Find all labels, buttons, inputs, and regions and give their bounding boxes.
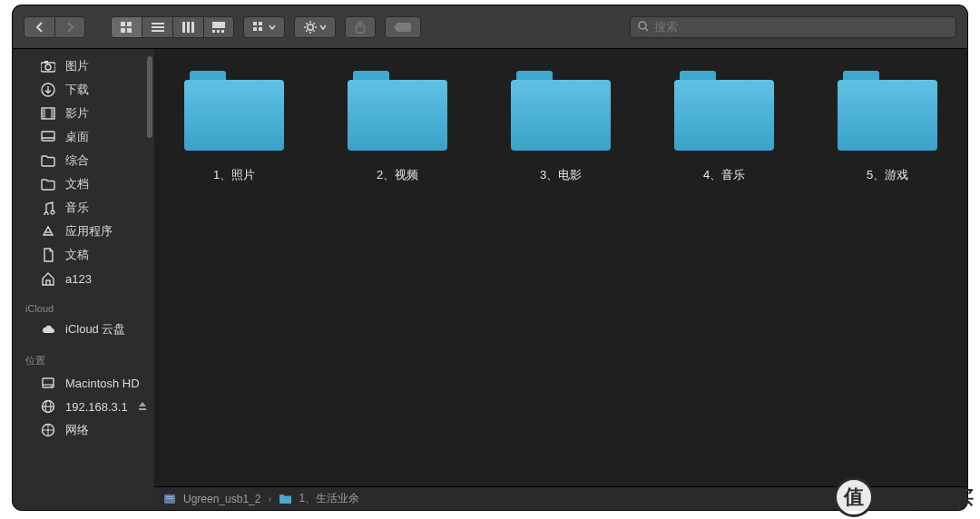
sidebar-item[interactable]: iCloud 云盘 — [13, 318, 154, 341]
folder-item[interactable]: 2、视频 — [334, 71, 461, 183]
sidebar-item-label: iCloud 云盘 — [65, 321, 125, 338]
download-icon — [40, 82, 56, 98]
search-input[interactable] — [654, 20, 948, 34]
svg-rect-3 — [127, 28, 132, 33]
folder-icon — [40, 152, 56, 169]
sidebar-item[interactable]: 影片 — [13, 102, 154, 125]
desktop-icon — [40, 129, 56, 145]
sidebar-item-label: 文稿 — [65, 247, 89, 263]
toolbar — [13, 5, 967, 49]
view-list-button[interactable] — [142, 16, 172, 38]
svg-rect-15 — [259, 22, 262, 25]
sidebar-item-label: 192.168.3.1 — [65, 400, 128, 414]
svg-rect-52 — [139, 408, 146, 410]
view-columns-button[interactable] — [172, 16, 203, 38]
sidebar-item[interactable]: 下载 — [13, 78, 154, 102]
music-icon — [40, 200, 56, 216]
svg-rect-2 — [121, 28, 125, 33]
sidebar-item[interactable]: Macintosh HD — [13, 371, 154, 395]
icon-grid[interactable]: 1、照片2、视频3、电影4、音乐5、游戏 — [154, 49, 967, 486]
sidebar-item-label: 桌面 — [65, 129, 89, 145]
folder-label: 3、电影 — [497, 167, 624, 183]
svg-rect-10 — [212, 22, 225, 28]
sidebar-item[interactable]: 文档 — [13, 172, 154, 196]
gear-icon — [304, 21, 317, 34]
share-icon — [355, 21, 366, 34]
path-current[interactable]: 1、生活业余 — [299, 491, 359, 506]
svg-line-26 — [306, 30, 308, 32]
globe-icon — [40, 398, 56, 415]
sidebar-item[interactable]: 综合 — [13, 149, 154, 172]
content-area: 1、照片2、视频3、电影4、音乐5、游戏 Ugreen_usb1_2 › 1、生… — [154, 49, 967, 510]
svg-rect-7 — [182, 22, 185, 33]
cloud-icon — [40, 321, 56, 338]
watermark-text: 什么值得买 — [879, 485, 975, 510]
nav-group — [24, 16, 85, 38]
apps-icon — [40, 223, 56, 240]
svg-line-24 — [313, 30, 315, 32]
view-gallery-button[interactable] — [203, 16, 234, 38]
sidebar-item[interactable]: 文稿 — [13, 243, 154, 267]
view-mode-group — [111, 16, 234, 38]
folder-label: 5、游戏 — [824, 167, 951, 183]
svg-rect-8 — [187, 22, 190, 33]
svg-rect-13 — [221, 30, 224, 33]
folder-label: 2、视频 — [334, 167, 461, 183]
folder-item[interactable]: 3、电影 — [497, 71, 624, 183]
tags-button[interactable] — [385, 16, 421, 38]
sidebar-item-label: 综合 — [65, 152, 89, 169]
arrange-button[interactable] — [243, 16, 285, 38]
share-button[interactable] — [345, 16, 376, 38]
window-body: 图片下载影片桌面综合文档音乐应用程序文稿a123 iCloud iCloud 云… — [13, 49, 967, 510]
svg-rect-0 — [121, 22, 125, 26]
sidebar-item-label: 网络 — [65, 422, 89, 438]
sidebar-item-label: 图片 — [65, 58, 89, 74]
finder-window: 图片下载影片桌面综合文档音乐应用程序文稿a123 iCloud iCloud 云… — [13, 5, 967, 510]
svg-rect-16 — [253, 27, 257, 31]
folder-icon — [511, 71, 611, 151]
svg-point-54 — [47, 429, 50, 432]
folder-icon — [184, 71, 284, 151]
sidebar-item-label: Macintosh HD — [65, 377, 140, 390]
sidebar-item[interactable]: a123 — [13, 267, 154, 290]
svg-rect-61 — [166, 498, 173, 499]
search-field[interactable] — [630, 16, 956, 38]
sidebar-heading-locations: 位置 — [13, 350, 154, 371]
svg-line-29 — [645, 28, 648, 31]
sidebar-item[interactable]: 192.168.3.1 — [13, 395, 154, 418]
folder-label: 4、音乐 — [661, 167, 788, 183]
svg-rect-6 — [152, 30, 164, 32]
disk-icon — [40, 375, 56, 391]
watermark: 值 什么值得买 — [834, 477, 975, 517]
folder-item[interactable]: 5、游戏 — [824, 71, 951, 183]
forward-button[interactable] — [54, 16, 85, 38]
sidebar-item[interactable]: 音乐 — [13, 196, 154, 220]
view-icons-button[interactable] — [111, 16, 142, 38]
network-icon — [40, 422, 56, 438]
folder-icon — [40, 176, 56, 192]
sidebar-item[interactable]: 网络 — [13, 418, 154, 442]
folder-label: 1、照片 — [171, 167, 298, 183]
folder-item[interactable]: 1、照片 — [171, 71, 298, 183]
sidebar-item[interactable]: 图片 — [13, 54, 154, 78]
svg-rect-14 — [253, 22, 257, 25]
path-root[interactable]: Ugreen_usb1_2 — [183, 493, 260, 505]
search-icon — [638, 19, 649, 35]
sidebar-item[interactable]: 应用程序 — [13, 220, 154, 243]
svg-rect-32 — [44, 61, 48, 64]
home-icon — [40, 270, 56, 287]
sidebar: 图片下载影片桌面综合文档音乐应用程序文稿a123 iCloud iCloud 云… — [13, 49, 154, 510]
svg-rect-17 — [259, 27, 262, 31]
action-button[interactable] — [294, 16, 336, 38]
sidebar-item-label: 下载 — [65, 82, 89, 98]
eject-icon[interactable] — [137, 400, 148, 414]
svg-line-25 — [313, 23, 315, 24]
svg-point-31 — [45, 64, 51, 70]
server-icon — [163, 493, 176, 505]
folder-item[interactable]: 4、音乐 — [661, 71, 788, 183]
svg-rect-9 — [191, 22, 194, 33]
sidebar-item[interactable]: 桌面 — [13, 125, 154, 149]
folder-icon — [838, 71, 937, 151]
svg-rect-60 — [166, 496, 173, 497]
back-button[interactable] — [24, 16, 54, 38]
